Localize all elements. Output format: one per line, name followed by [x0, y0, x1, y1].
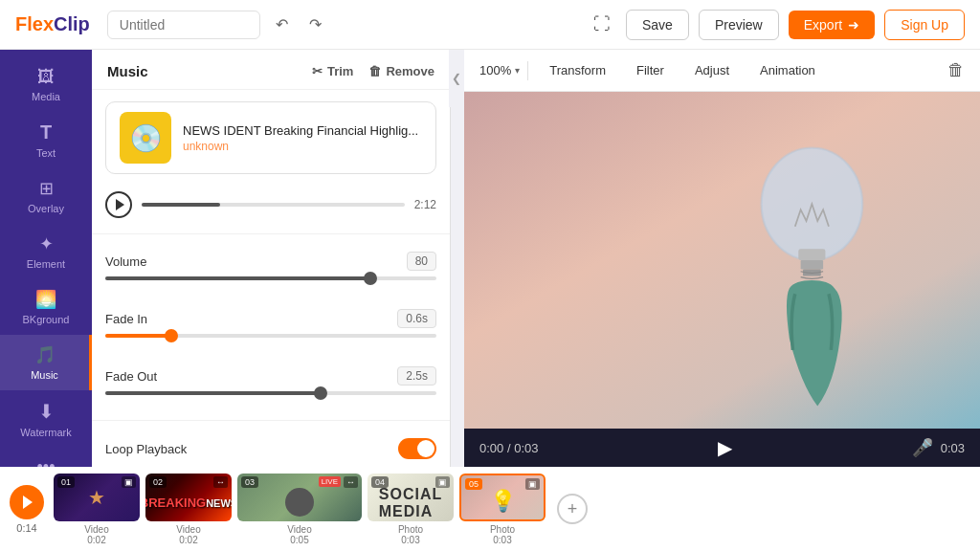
clip-thumbnail-1: 01 ▣ ★: [54, 474, 140, 521]
trim-icon: ✂: [312, 64, 323, 78]
play-triangle-icon: [116, 199, 124, 210]
fade-in-label: Fade In: [105, 312, 147, 326]
svg-rect-0: [464, 92, 980, 429]
fullscreen-icon[interactable]: ⛶: [588, 9, 616, 40]
timeline-clip-1[interactable]: 01 ▣ ★ Video 0:02: [54, 474, 140, 545]
zoom-label: 100%: [479, 63, 511, 77]
volume-value: 80: [407, 252, 436, 271]
music-panel: Music ✂ Trim 🗑 Remove 💿: [92, 50, 451, 467]
add-clip-button[interactable]: +: [557, 494, 588, 524]
panel-title: Music: [107, 63, 148, 79]
clip-num-2: 02: [149, 476, 167, 488]
divider-2: [92, 420, 450, 421]
volume-thumb[interactable]: [364, 272, 377, 285]
fade-out-slider[interactable]: [105, 391, 436, 395]
remove-button[interactable]: 🗑 Remove: [368, 64, 434, 78]
sidebar-item-element[interactable]: ✦ Element: [0, 224, 92, 279]
save-button[interactable]: Save: [626, 10, 689, 40]
fade-in-slider[interactable]: [105, 334, 436, 338]
music-title: NEWS IDENT Breaking Financial Highlig...: [183, 123, 422, 138]
music-card: 💿 NEWS IDENT Breaking Financial Highlig.…: [105, 101, 436, 174]
preview-background: [464, 92, 980, 429]
fade-out-thumb[interactable]: [314, 386, 327, 400]
volume-track: [105, 276, 436, 280]
animation-button[interactable]: Animation: [746, 57, 829, 83]
fade-out-row: Fade Out 2.5s: [105, 366, 436, 386]
microphone-icon[interactable]: 🎤: [912, 437, 933, 458]
timeline-clip-3[interactable]: 03 ↔ LIVE Video 0:05: [237, 474, 362, 545]
trim-button[interactable]: ✂ Trim: [312, 64, 353, 78]
clip-num-5: 05: [465, 478, 482, 490]
timeline-current-time: 0:14: [16, 522, 36, 534]
clip-thumbnail-3: 03 ↔ LIVE: [237, 474, 362, 521]
signup-button[interactable]: Sign Up: [884, 10, 965, 40]
clip-num-4: 04: [371, 476, 389, 488]
clip-thumbnail-4: 04 ▣ SOCIALMEDIA: [368, 474, 454, 521]
sidebar-item-bkground[interactable]: 🌅 BKground: [0, 279, 92, 335]
redo-button[interactable]: ↷: [303, 10, 327, 39]
fade-out-value: 2.5s: [397, 366, 436, 386]
preview-play-button[interactable]: ▶: [718, 436, 732, 459]
clip-num-3: 03: [241, 476, 258, 488]
clip-dur-5: 0:03: [490, 535, 515, 545]
fade-out-fill: [105, 391, 321, 395]
undo-button[interactable]: ↶: [270, 10, 294, 39]
sidebar-item-overlay[interactable]: ⊞ Overlay: [0, 168, 92, 224]
fade-in-row: Fade In 0.6s: [105, 309, 436, 328]
trash-icon: 🗑: [368, 64, 381, 78]
sidebar: 🖼 Media T Text ⊞ Overlay ✦ Element 🌅 BKg…: [0, 50, 92, 467]
delete-icon[interactable]: 🗑: [947, 60, 965, 80]
topbar: FlexClip ↶ ↷ ⛶ Save Preview Export ➜ Sig…: [0, 0, 980, 50]
zoom-chevron-icon: ▾: [515, 65, 520, 76]
overlay-icon: ⊞: [39, 178, 54, 199]
svg-rect-2: [798, 249, 825, 260]
timeline-clip-4[interactable]: 04 ▣ SOCIALMEDIA Photo 0:03: [368, 474, 454, 545]
music-progress-bar[interactable]: [142, 203, 405, 207]
clip-type-5: Photo: [490, 524, 515, 535]
project-title-input[interactable]: [107, 11, 260, 39]
export-button[interactable]: Export ➜: [789, 11, 875, 39]
music-artist: unknown: [183, 140, 422, 153]
transform-button[interactable]: Transform: [536, 57, 619, 83]
fade-in-section: Fade In 0.6s: [92, 301, 450, 359]
music-info: NEWS IDENT Breaking Financial Highlig...…: [183, 123, 422, 153]
main-area: 🖼 Media T Text ⊞ Overlay ✦ Element 🌅 BKg…: [0, 50, 980, 467]
timeline-clip-2[interactable]: 02 ↔ BREAKINGNEWS Video 0:02: [145, 474, 232, 545]
preview-button[interactable]: Preview: [699, 10, 779, 40]
clip-type-1: Video: [84, 524, 108, 535]
music-progress-fill: [142, 203, 220, 207]
volume-slider[interactable]: [105, 276, 436, 280]
sidebar-item-watermark[interactable]: ⬇ Watermark: [0, 390, 92, 448]
element-icon: ✦: [39, 233, 54, 254]
preview-svg: [464, 92, 980, 429]
watermark-icon: ⬇: [38, 400, 55, 423]
toggle-knob: [417, 440, 434, 457]
logo: FlexClip: [15, 13, 90, 35]
media-icon: 🖼: [37, 67, 55, 87]
adjust-button[interactable]: Adjust: [681, 57, 743, 83]
loop-playback-row: Loop Playback: [92, 430, 450, 467]
loop-playback-toggle[interactable]: [398, 438, 436, 459]
timeline-clip-5[interactable]: 05 ▣ 💡 Photo 0:03: [459, 474, 546, 545]
player-row: 2:12: [92, 186, 450, 230]
fade-out-label: Fade Out: [105, 369, 157, 384]
filter-button[interactable]: Filter: [623, 57, 678, 83]
play-icon: [23, 496, 33, 509]
sidebar-item-text[interactable]: T Text: [0, 112, 92, 168]
fade-in-thumb[interactable]: [165, 329, 178, 342]
sidebar-item-music[interactable]: 🎵 Music: [0, 335, 92, 390]
volume-fill: [105, 276, 370, 280]
sidebar-item-media[interactable]: 🖼 Media: [0, 57, 92, 112]
bkground-icon: 🌅: [35, 289, 56, 310]
volume-label: Volume: [105, 254, 146, 269]
preview-duration: 0:03: [941, 441, 965, 455]
play-button[interactable]: [105, 191, 132, 218]
timeline-current: 0:14: [10, 485, 44, 534]
clip-icon-1: ▣: [122, 476, 136, 488]
sidebar-item-more[interactable]: ••• More: [0, 448, 92, 467]
toolbar: 100% ▾ Transform Filter Adjust Animation…: [464, 50, 980, 92]
fade-in-track: [105, 334, 436, 338]
clip-dur-4: 0:03: [398, 535, 423, 545]
timeline-play-button[interactable]: [10, 485, 44, 519]
panel-collapse-button[interactable]: ❮: [449, 50, 464, 107]
